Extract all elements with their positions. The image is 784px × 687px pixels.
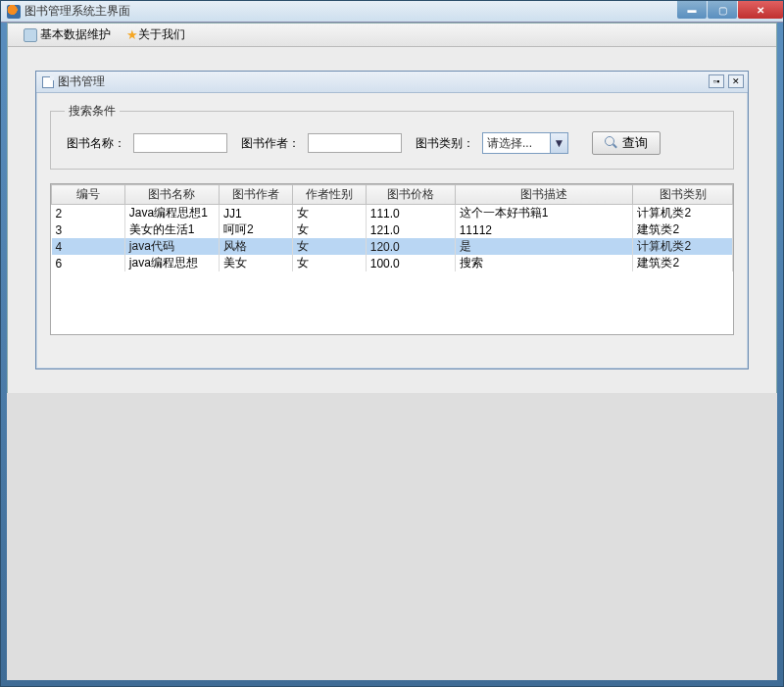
internal-frame-titlebar[interactable]: 图书管理 ▫▪ ✕ xyxy=(36,72,748,93)
menu-label: 基本数据维护 xyxy=(40,26,111,43)
col-id[interactable]: 编号 xyxy=(52,185,125,205)
chevron-down-icon[interactable]: ▼ xyxy=(550,133,567,153)
cell-desc[interactable]: 11112 xyxy=(455,221,633,238)
close-button[interactable] xyxy=(738,1,783,19)
table-header-row: 编号 图书名称 图书作者 作者性别 图书价格 图书描述 图书类别 xyxy=(52,185,733,205)
col-desc[interactable]: 图书描述 xyxy=(455,185,633,205)
cell-name[interactable]: java代码 xyxy=(124,238,219,255)
search-criteria-panel: 搜索条件 图书名称： 图书作者： 图书类别： 请选择... ▼ xyxy=(50,103,734,170)
book-manage-internal-frame: 图书管理 ▫▪ ✕ 搜索条件 图书名称： 图书作者： xyxy=(35,71,749,369)
menu-about-us[interactable]: ★ 关于我们 xyxy=(119,25,193,45)
internal-frame-title: 图书管理 xyxy=(58,74,105,90)
book-name-input[interactable] xyxy=(133,133,227,153)
cell-name[interactable]: java编程思想 xyxy=(124,255,219,271)
internal-frame-body: 搜索条件 图书名称： 图书作者： 图书类别： 请选择... ▼ xyxy=(50,103,734,363)
results-table-container[interactable]: 编号 图书名称 图书作者 作者性别 图书价格 图书描述 图书类别 2Java编程… xyxy=(50,183,734,335)
internal-close-button[interactable]: ✕ xyxy=(728,74,744,88)
table-row[interactable]: 4java代码风格女120.0是计算机类2 xyxy=(52,238,733,255)
book-category-label: 图书类别： xyxy=(416,135,474,152)
cell-name[interactable]: Java编程思想1 xyxy=(124,205,219,222)
cell-price[interactable]: 121.0 xyxy=(366,221,455,238)
query-button[interactable]: 查询 xyxy=(592,131,661,155)
cell-gender[interactable]: 女 xyxy=(292,221,366,238)
book-author-label: 图书作者： xyxy=(241,135,300,152)
col-gender[interactable]: 作者性别 xyxy=(292,185,366,205)
cell-desc[interactable]: 搜索 xyxy=(455,255,633,271)
query-button-label: 查询 xyxy=(622,134,648,152)
search-icon xyxy=(605,136,618,150)
results-table: 编号 图书名称 图书作者 作者性别 图书价格 图书描述 图书类别 2Java编程… xyxy=(51,184,733,271)
star-icon: ★ xyxy=(126,28,138,41)
search-legend: 搜索条件 xyxy=(65,103,120,120)
cell-name[interactable]: 美女的生活1 xyxy=(124,221,219,238)
cell-price[interactable]: 111.0 xyxy=(366,205,455,222)
book-author-input[interactable] xyxy=(308,133,402,153)
combobox-selected: 请选择... xyxy=(483,133,550,153)
cell-gender[interactable]: 女 xyxy=(292,238,366,255)
cell-gender[interactable]: 女 xyxy=(292,205,366,222)
col-author[interactable]: 图书作者 xyxy=(220,185,293,205)
maximize-button[interactable] xyxy=(708,1,737,19)
cell-desc[interactable]: 是 xyxy=(455,238,633,255)
titlebar[interactable]: 图书管理系统主界面 xyxy=(1,1,783,23)
table-row[interactable]: 6java编程思想美女女100.0搜索建筑类2 xyxy=(52,255,733,271)
cell-id[interactable]: 3 xyxy=(52,221,125,238)
cell-id[interactable]: 2 xyxy=(52,205,125,222)
book-category-combobox[interactable]: 请选择... ▼ xyxy=(482,132,568,154)
minimize-button[interactable] xyxy=(677,1,707,19)
cell-category[interactable]: 建筑类2 xyxy=(633,221,733,238)
cell-price[interactable]: 100.0 xyxy=(366,255,455,271)
application-window: 图书管理系统主界面 基本数据维护 ★ 关于我们 图书管理 xyxy=(0,0,784,687)
java-icon xyxy=(7,5,21,19)
cell-price[interactable]: 120.0 xyxy=(366,238,455,255)
book-name-label: 图书名称： xyxy=(67,135,125,152)
window-title: 图书管理系统主界面 xyxy=(24,3,130,20)
cell-category[interactable]: 计算机类2 xyxy=(633,205,733,222)
table-row[interactable]: 2Java编程思想1JJ1女111.0这个一本好书籍1计算机类2 xyxy=(52,205,733,222)
background-mask xyxy=(7,393,777,680)
col-name[interactable]: 图书名称 xyxy=(124,185,219,205)
cell-category[interactable]: 计算机类2 xyxy=(633,238,733,255)
book-icon xyxy=(24,28,37,42)
internal-frame-controls: ▫▪ ✕ xyxy=(709,74,744,88)
cell-author[interactable]: 呵呵2 xyxy=(220,221,293,238)
cell-gender[interactable]: 女 xyxy=(292,255,366,271)
cell-id[interactable]: 4 xyxy=(52,238,125,255)
col-price[interactable]: 图书价格 xyxy=(366,185,455,205)
menu-label: 关于我们 xyxy=(138,26,185,43)
document-icon xyxy=(42,76,54,88)
col-category[interactable]: 图书类别 xyxy=(633,185,733,205)
search-row: 图书名称： 图书作者： 图书类别： 请选择... ▼ 查询 xyxy=(65,131,719,155)
cell-author[interactable]: JJ1 xyxy=(220,205,293,222)
internal-maximize-button[interactable]: ▫▪ xyxy=(709,74,724,88)
table-row[interactable]: 3美女的生活1呵呵2女121.011112建筑类2 xyxy=(52,221,733,238)
cell-desc[interactable]: 这个一本好书籍1 xyxy=(455,205,633,222)
menubar: 基本数据维护 ★ 关于我们 xyxy=(8,24,776,47)
cell-author[interactable]: 美女 xyxy=(220,255,293,271)
cell-category[interactable]: 建筑类2 xyxy=(633,255,733,271)
window-controls xyxy=(676,1,783,19)
cell-id[interactable]: 6 xyxy=(52,255,125,271)
cell-author[interactable]: 风格 xyxy=(220,238,293,255)
menu-basic-data-maintain[interactable]: 基本数据维护 xyxy=(16,25,119,45)
